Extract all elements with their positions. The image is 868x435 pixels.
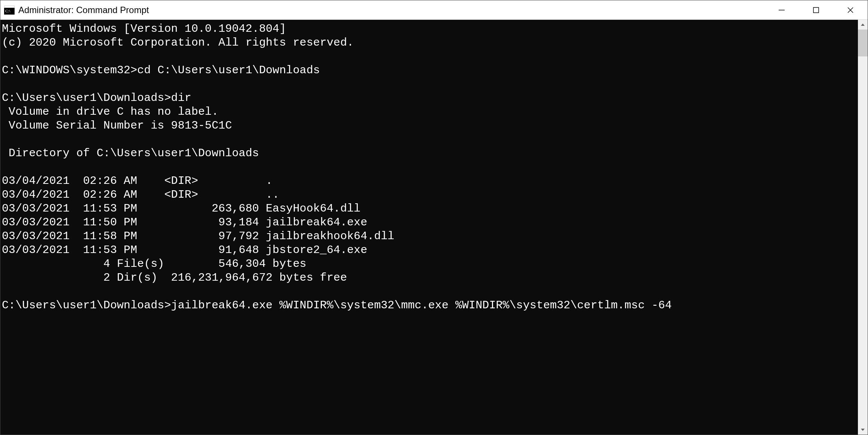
scroll-up-arrow-icon[interactable] (858, 20, 868, 30)
command-prompt-window: C:\ Administrator: Command Prompt Micros… (0, 0, 868, 435)
svg-rect-2 (4, 6, 14, 7)
svg-text:C:\: C:\ (5, 9, 10, 13)
titlebar[interactable]: C:\ Administrator: Command Prompt (0, 0, 868, 20)
svg-marker-8 (861, 24, 865, 26)
svg-rect-5 (813, 7, 819, 13)
window-title: Administrator: Command Prompt (18, 5, 764, 15)
svg-marker-9 (861, 429, 865, 431)
scroll-down-arrow-icon[interactable] (858, 425, 868, 435)
window-controls (764, 0, 868, 19)
terminal-output[interactable]: Microsoft Windows [Version 10.0.19042.80… (0, 20, 858, 435)
scroll-thumb[interactable] (858, 30, 868, 56)
cmd-icon: C:\ (4, 6, 15, 15)
close-button[interactable] (833, 0, 868, 19)
maximize-button[interactable] (799, 0, 833, 19)
client-area: Microsoft Windows [Version 10.0.19042.80… (0, 20, 868, 435)
vertical-scrollbar[interactable] (858, 20, 868, 435)
minimize-button[interactable] (764, 0, 799, 19)
scroll-track[interactable] (858, 30, 868, 425)
